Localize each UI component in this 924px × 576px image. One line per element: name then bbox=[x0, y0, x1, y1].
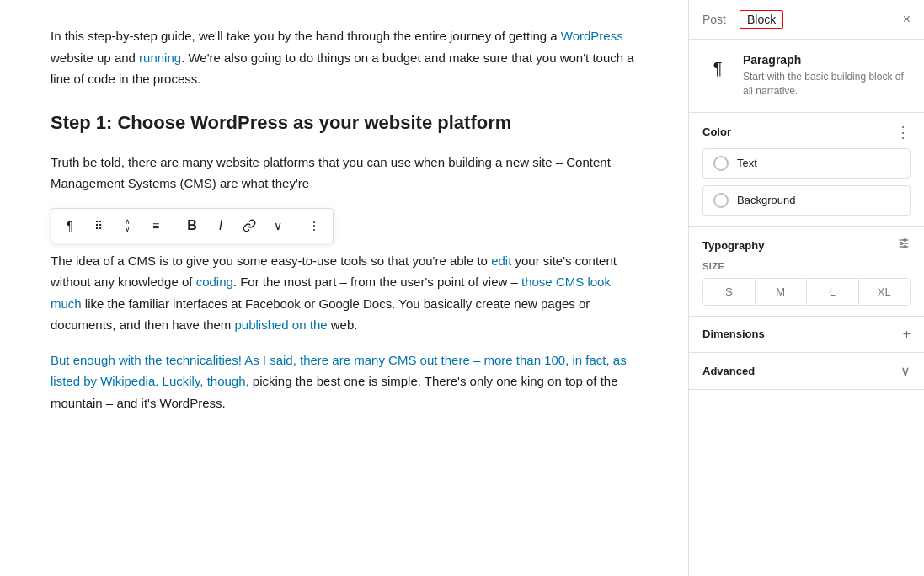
toolbar-divider-2 bbox=[296, 216, 296, 236]
block-info-section: ¶ Paragraph Start with the basic buildin… bbox=[689, 40, 924, 113]
but-enough-link[interactable]: But enough with the technicalities! As I… bbox=[51, 353, 627, 389]
typography-content: SIZE S M L XL bbox=[689, 261, 924, 317]
inline-toolbar: ¶ ⠿ ∧ ∨ ≡ B I ∨ ⋮ bbox=[51, 208, 334, 243]
close-button[interactable]: × bbox=[903, 13, 911, 26]
toolbar-align-btn[interactable]: ≡ bbox=[142, 212, 169, 239]
color-options-menu[interactable]: ⋮ bbox=[895, 123, 911, 141]
color-section-title: Color bbox=[702, 125, 731, 138]
advanced-collapse-icon: ∨ bbox=[900, 363, 911, 379]
color-radio-background bbox=[713, 193, 729, 208]
sidebar-panel: Post Block × ¶ Paragraph Start with the … bbox=[688, 0, 924, 576]
para3: But enough with the technicalities! As I… bbox=[51, 349, 638, 414]
size-btn-xl[interactable]: XL bbox=[859, 279, 911, 305]
block-info-text: Paragraph Start with the basic building … bbox=[743, 53, 911, 99]
content-area: In this step-by-step guide, we'll take y… bbox=[51, 25, 638, 413]
tab-block[interactable]: Block bbox=[740, 10, 783, 29]
main-editor: In this step-by-step guide, we'll take y… bbox=[0, 0, 688, 576]
typography-section-title: Typography bbox=[702, 239, 764, 252]
size-buttons-group: S M L XL bbox=[702, 278, 911, 306]
block-description: Start with the basic building block of a… bbox=[743, 70, 911, 99]
para-symbol: ¶ bbox=[713, 59, 723, 78]
size-btn-l[interactable]: L bbox=[807, 279, 859, 305]
edit-link[interactable]: edit bbox=[491, 253, 511, 268]
typography-section: Typography SIZE S M L XL bbox=[689, 227, 924, 317]
para1: Truth be told, there are many website pl… bbox=[51, 152, 638, 195]
link-icon bbox=[243, 219, 256, 232]
advanced-section[interactable]: Advanced ∨ bbox=[689, 353, 924, 390]
svg-point-3 bbox=[904, 238, 906, 241]
toolbar-italic-btn[interactable]: I bbox=[207, 212, 234, 239]
typography-options-menu[interactable] bbox=[897, 237, 911, 254]
dimensions-expand-icon: + bbox=[903, 327, 911, 342]
color-text-label: Text bbox=[737, 157, 757, 169]
toolbar-paragraph-btn[interactable]: ¶ bbox=[56, 212, 83, 239]
paragraph-block-icon: ¶ bbox=[702, 53, 733, 83]
size-btn-s[interactable]: S bbox=[703, 279, 756, 305]
dimensions-title: Dimensions bbox=[702, 328, 765, 340]
toolbar-grid-btn[interactable]: ⠿ bbox=[85, 212, 112, 239]
color-radio-text bbox=[713, 156, 729, 171]
color-background-label: Background bbox=[737, 194, 795, 206]
running-link[interactable]: running bbox=[139, 51, 181, 65]
intro-paragraph: In this step-by-step guide, we'll take y… bbox=[51, 25, 638, 90]
toolbar-more-btn[interactable]: ∨ bbox=[264, 212, 291, 239]
para2: The idea of a CMS is to give you some ea… bbox=[51, 250, 638, 336]
color-section: Color ⋮ Text Background bbox=[689, 113, 924, 227]
toolbar-divider-1 bbox=[174, 216, 174, 236]
block-title: Paragraph bbox=[743, 53, 911, 67]
color-section-header: Color ⋮ bbox=[689, 113, 924, 148]
sidebar-tabs: Post Block bbox=[702, 10, 783, 29]
size-label: SIZE bbox=[702, 261, 911, 271]
toolbar-move-btn[interactable]: ∧ ∨ bbox=[114, 212, 141, 239]
dimensions-section[interactable]: Dimensions + bbox=[689, 317, 924, 353]
size-btn-m[interactable]: M bbox=[756, 279, 808, 305]
advanced-title: Advanced bbox=[702, 365, 755, 377]
toolbar-link-btn[interactable] bbox=[236, 212, 263, 239]
color-option-text[interactable]: Text bbox=[702, 148, 911, 179]
tab-post[interactable]: Post bbox=[702, 10, 726, 29]
move-arrows-icon: ∧ ∨ bbox=[125, 218, 131, 233]
cms-link[interactable]: those CMS look much bbox=[51, 275, 611, 311]
toolbar-options-btn[interactable]: ⋮ bbox=[301, 212, 328, 239]
published-link[interactable]: published on the bbox=[234, 317, 327, 332]
sliders-icon bbox=[897, 237, 911, 250]
wordpress-link[interactable]: WordPress bbox=[561, 29, 623, 43]
color-options-list: Text Background bbox=[689, 148, 924, 227]
color-option-background[interactable]: Background bbox=[702, 185, 911, 216]
sidebar-header: Post Block × bbox=[689, 0, 924, 40]
toolbar-bold-btn[interactable]: B bbox=[179, 212, 206, 239]
typography-section-header: Typography bbox=[689, 227, 924, 261]
svg-point-4 bbox=[900, 242, 903, 244]
svg-point-5 bbox=[904, 245, 906, 248]
step1-heading: Step 1: Choose WordPress as your website… bbox=[51, 107, 638, 138]
coding-link[interactable]: coding bbox=[196, 275, 233, 289]
